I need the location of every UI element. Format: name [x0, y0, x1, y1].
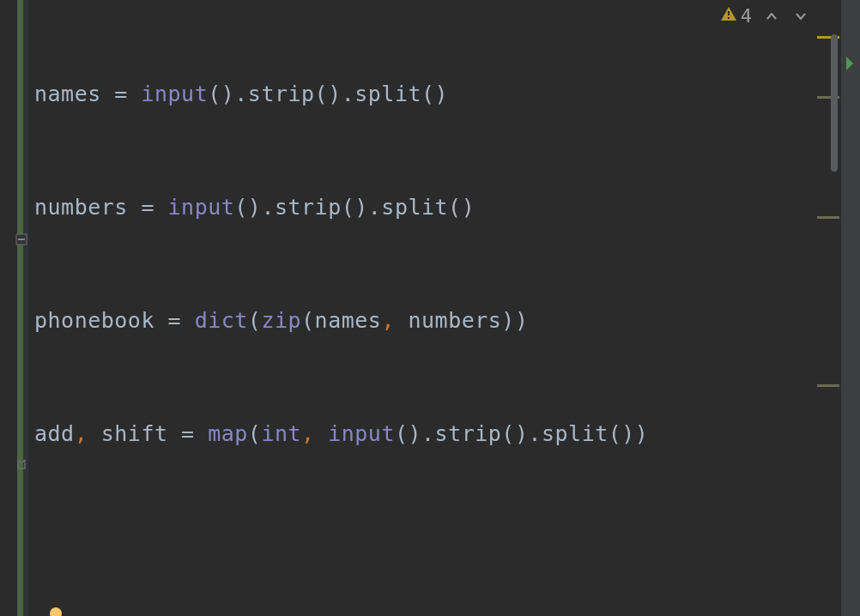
operator: = — [168, 308, 195, 333]
code-line[interactable]: names = input().strip().split() — [34, 75, 860, 113]
call-chain: ().strip().split()) — [395, 421, 648, 446]
identifier: numbers — [34, 195, 141, 220]
fold-end-icon — [15, 458, 27, 470]
svg-marker-5 — [846, 57, 853, 70]
builtin-call: dict — [195, 308, 248, 333]
paren: ( — [248, 421, 262, 446]
vertical-scrollbar[interactable] — [822, 0, 839, 616]
paren: ( — [248, 308, 262, 333]
svg-rect-3 — [728, 11, 730, 15]
builtin-call: input — [141, 82, 208, 106]
comma: , — [301, 421, 328, 446]
warning-icon — [720, 5, 737, 27]
comma: , — [75, 421, 101, 446]
operator: = — [114, 82, 141, 106]
fold-toggle-icon[interactable] — [15, 233, 27, 245]
builtin-call: input — [328, 421, 395, 446]
code-area[interactable]: names = input().strip().split() numbers … — [17, 0, 860, 616]
identifier: names — [34, 82, 114, 106]
scrollbar-thumb[interactable] — [831, 34, 838, 172]
args: (names — [301, 308, 381, 333]
code-line[interactable]: phonebook = dict(zip(names, numbers)) — [34, 302, 860, 340]
warning-count: 4 — [741, 5, 752, 27]
call-chain: ().strip().split() — [208, 82, 448, 106]
operator: = — [181, 421, 208, 446]
right-tool-strip — [841, 0, 860, 616]
inspection-widget[interactable]: 4 — [720, 5, 810, 27]
code-line[interactable]: add, shift = map(int, input().strip().sp… — [34, 415, 860, 453]
builtin-call: map — [208, 421, 248, 446]
comma: , — [381, 308, 408, 333]
code-line[interactable]: numbers = input().strip().split() — [34, 189, 860, 226]
gutter — [0, 0, 17, 616]
builtin-call: int — [261, 421, 301, 446]
operator: = — [141, 195, 167, 220]
svg-rect-4 — [728, 17, 730, 19]
code-editor[interactable]: names = input().strip().split() numbers … — [0, 0, 860, 616]
blank-line[interactable] — [34, 528, 860, 566]
call-chain: ().strip().split() — [234, 195, 475, 220]
builtin-call: zip — [261, 308, 301, 333]
identifier: shift — [101, 421, 181, 446]
args: numbers)) — [408, 308, 528, 333]
identifier: add — [34, 421, 75, 446]
caret-indicator-icon — [50, 607, 62, 616]
warning-badge[interactable]: 4 — [720, 5, 752, 27]
tool-window-icon[interactable] — [843, 55, 860, 72]
identifier: phonebook — [34, 308, 168, 333]
prev-highlight-button[interactable] — [762, 7, 781, 26]
next-highlight-button[interactable] — [791, 7, 810, 26]
builtin-call: input — [168, 195, 235, 220]
